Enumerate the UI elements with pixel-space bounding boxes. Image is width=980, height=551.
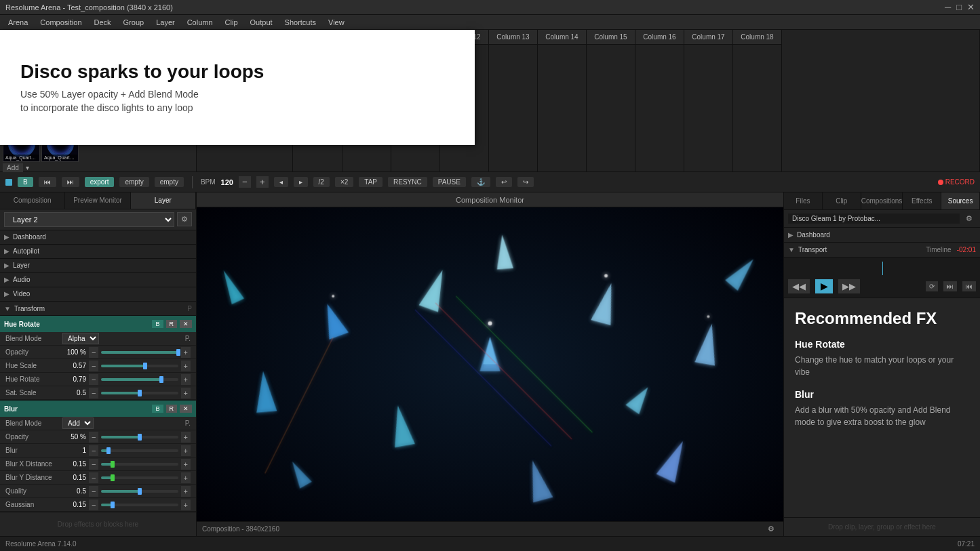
tab-clip[interactable]: Clip — [823, 192, 861, 209]
hue-scale-slider[interactable] — [101, 365, 178, 367]
hue-rotate-slider[interactable] — [101, 378, 178, 381]
transform-section[interactable]: ▼ Transform P — [0, 302, 196, 316]
blur-x-minus[interactable]: − — [89, 459, 98, 470]
blur-x-slider[interactable] — [101, 463, 178, 466]
dashboard-section[interactable]: ▶ Dashboard — [0, 230, 196, 245]
layer-name-dropdown[interactable]: Layer 2 — [4, 212, 174, 227]
audio-section[interactable]: ▶ Audio — [0, 273, 196, 287]
menu-layer[interactable]: Layer — [151, 17, 180, 28]
tab-effects[interactable]: Effects — [903, 192, 941, 209]
arrow-left-btn[interactable]: ◂ — [274, 177, 288, 187]
menu-output[interactable]: Output — [245, 17, 278, 28]
tab-composition[interactable]: Composition — [0, 192, 65, 209]
menu-group[interactable]: Group — [118, 17, 150, 28]
layer-section[interactable]: ▶ Layer — [0, 259, 196, 273]
hue-rotate-x-btn[interactable]: ✕ — [180, 320, 192, 328]
bpm-minus[interactable]: − — [239, 176, 251, 188]
blur-plus[interactable]: + — [181, 445, 191, 456]
resync-btn[interactable]: RESYNC — [388, 177, 427, 187]
b-transport-btn[interactable]: B — [18, 177, 33, 187]
hue-scale-minus[interactable]: − — [89, 361, 98, 371]
minimize-button[interactable]: ─ — [945, 2, 951, 12]
half-speed-btn[interactable]: /2 — [313, 177, 330, 187]
gaussian-minus[interactable]: − — [89, 499, 98, 510]
blur-y-minus[interactable]: − — [89, 472, 98, 483]
blur-x-plus[interactable]: + — [181, 459, 191, 470]
layer-settings-btn[interactable]: ⚙ — [177, 212, 192, 226]
blur-opacity-slider[interactable] — [101, 436, 178, 438]
fx-dashboard-section[interactable]: ▶ Dashboard — [784, 228, 980, 243]
sat-slider[interactable] — [101, 392, 178, 394]
hue-rotate-b-btn[interactable]: B — [152, 320, 163, 328]
video-section[interactable]: ▶ Video — [0, 287, 196, 302]
tab-layer[interactable]: Layer — [131, 192, 196, 209]
blur-slider[interactable] — [101, 449, 178, 452]
empty1-btn[interactable]: empty — [119, 177, 149, 187]
monitor-settings-btn[interactable]: ⚙ — [764, 523, 778, 535]
play-pause-btn[interactable]: ▶ — [815, 279, 833, 293]
menu-column[interactable]: Column — [182, 17, 218, 28]
sat-plus[interactable]: + — [181, 388, 191, 399]
hue-scale-plus[interactable]: + — [181, 361, 191, 371]
opacity-slider[interactable] — [101, 351, 178, 354]
prev2-btn[interactable]: ⏭ — [62, 177, 79, 187]
blur-b-btn[interactable]: B — [152, 405, 163, 413]
tab-files[interactable]: Files — [784, 192, 823, 209]
transform-arrow: ▼ — [4, 305, 11, 312]
empty2-btn[interactable]: empty — [155, 177, 184, 187]
pause-btn[interactable]: PAUSE — [433, 177, 466, 187]
anchor-btn[interactable]: ⚓ — [471, 177, 490, 187]
hue-scale-row: Hue Scale 0.57 − + — [0, 359, 196, 373]
fx-file-settings[interactable]: ⚙ — [962, 212, 976, 225]
blur-y-plus[interactable]: + — [181, 472, 191, 483]
hue-rotate-plus[interactable]: + — [181, 374, 191, 385]
opacity-minus[interactable]: − — [89, 347, 98, 358]
prev-btn[interactable]: ⏮ — [39, 177, 56, 187]
double-speed-btn[interactable]: ×2 — [335, 177, 353, 187]
menu-view[interactable]: View — [323, 17, 350, 28]
timeline-area[interactable] — [788, 262, 976, 275]
layer1-add-btn[interactable]: Add — [3, 163, 23, 172]
undo-btn[interactable]: ↩ — [496, 177, 512, 187]
blur-x-btn[interactable]: ✕ — [180, 405, 192, 413]
menu-shortcuts[interactable]: Shortcuts — [279, 17, 321, 28]
redo-btn[interactable]: ↪ — [517, 177, 534, 187]
quality-minus[interactable]: − — [89, 486, 98, 497]
autopilot-section[interactable]: ▶ Autopilot — [0, 245, 196, 259]
tab-compositions[interactable]: Compositions — [861, 192, 903, 209]
menu-clip[interactable]: Clip — [220, 17, 243, 28]
blur-opacity-plus[interactable]: + — [181, 432, 191, 443]
tab-sources[interactable]: Sources — [941, 192, 980, 209]
gaussian-plus[interactable]: + — [181, 499, 191, 510]
quality-slider[interactable] — [101, 490, 178, 493]
blur-opacity-minus[interactable]: − — [89, 432, 98, 443]
hue-rotate-r-btn[interactable]: R — [166, 320, 178, 328]
blur-blend-select[interactable]: Add — [62, 417, 94, 429]
tap-btn[interactable]: TAP — [359, 177, 383, 187]
next-transport-btn[interactable]: ▶▶ — [838, 279, 860, 293]
menu-deck[interactable]: Deck — [89, 17, 117, 28]
record-btn[interactable]: RECORD — [938, 178, 975, 186]
menu-arena[interactable]: Arena — [3, 17, 33, 28]
maximize-button[interactable]: □ — [956, 2, 962, 12]
blur-r-btn[interactable]: R — [166, 405, 178, 413]
gaussian-slider[interactable] — [101, 504, 178, 506]
prev-transport-btn[interactable]: ◀◀ — [788, 279, 810, 293]
back-btn[interactable]: ⏮ — [962, 281, 976, 291]
sat-minus[interactable]: − — [89, 388, 98, 399]
blur-y-slider[interactable] — [101, 476, 178, 479]
fx-transport-section[interactable]: ▼ Transport Timeline -02:01 — [784, 243, 980, 258]
quality-plus[interactable]: + — [181, 486, 191, 497]
tab-preview-monitor[interactable]: Preview Monitor — [65, 192, 130, 209]
arrow-right-btn[interactable]: ▸ — [294, 177, 308, 187]
blur-minus[interactable]: − — [89, 445, 98, 456]
hue-rotate-minus[interactable]: − — [89, 374, 98, 385]
forward-btn[interactable]: ⏭ — [943, 281, 957, 291]
loop-btn[interactable]: ⟳ — [926, 281, 938, 291]
menu-composition[interactable]: Composition — [35, 17, 87, 28]
close-button[interactable]: ✕ — [967, 2, 975, 12]
blend-select[interactable]: Alpha — [62, 333, 99, 344]
opacity-plus[interactable]: + — [181, 347, 191, 358]
bpm-plus[interactable]: + — [256, 176, 269, 188]
export-btn[interactable]: export — [85, 177, 115, 187]
